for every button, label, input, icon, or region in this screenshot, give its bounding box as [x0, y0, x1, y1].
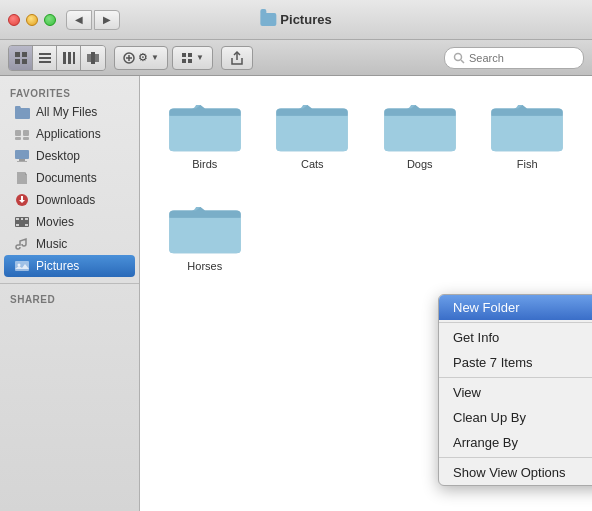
svg-rect-19 — [188, 59, 192, 63]
close-button[interactable] — [8, 14, 20, 26]
svg-rect-1 — [22, 52, 27, 57]
svg-rect-0 — [15, 52, 20, 57]
coverflow-view-button[interactable] — [81, 46, 105, 70]
arrange-dropdown-arrow: ▼ — [196, 53, 204, 62]
svg-rect-25 — [23, 137, 29, 140]
sidebar-item-pictures[interactable]: Pictures — [4, 255, 135, 277]
svg-rect-16 — [182, 53, 186, 57]
folder-cats[interactable]: Cats — [264, 92, 362, 174]
toolbar: ⚙ ▼ ▼ — [0, 40, 592, 76]
svg-rect-3 — [22, 59, 27, 64]
folder-horses[interactable]: Horses — [156, 194, 254, 276]
svg-rect-26 — [15, 150, 29, 159]
svg-rect-28 — [17, 161, 27, 162]
svg-rect-5 — [39, 57, 51, 59]
context-menu: New Folder Get Info Paste 7 Items View C… — [438, 294, 592, 486]
ctx-arrange-by[interactable]: Arrange By — [439, 430, 592, 455]
desktop-icon — [14, 148, 30, 164]
ctx-paste-items[interactable]: Paste 7 Items — [439, 350, 592, 375]
sidebar-divider — [0, 283, 139, 284]
sidebar-item-downloads[interactable]: Downloads — [4, 189, 135, 211]
action-button[interactable]: ⚙ ▼ — [114, 46, 168, 70]
main-area: FAVORITES All My Files Applications Desk… — [0, 76, 592, 511]
svg-rect-36 — [25, 224, 28, 226]
all-my-files-icon — [14, 104, 30, 120]
pictures-icon — [14, 258, 30, 274]
maximize-button[interactable] — [44, 14, 56, 26]
nav-buttons: ◀ ▶ — [66, 10, 120, 30]
search-input[interactable] — [469, 52, 575, 64]
icon-view-button[interactable] — [9, 46, 33, 70]
action-dropdown-arrow: ▼ — [151, 53, 159, 62]
movies-icon — [14, 214, 30, 230]
svg-rect-2 — [15, 59, 20, 64]
ctx-show-view-options[interactable]: Show View Options — [439, 460, 592, 485]
documents-icon — [14, 170, 30, 186]
sidebar-item-movies[interactable]: Movies — [4, 211, 135, 233]
action-label: ⚙ — [138, 51, 148, 64]
folder-dogs-icon — [384, 96, 456, 154]
folder-birds[interactable]: Birds — [156, 92, 254, 174]
sidebar-item-all-my-files[interactable]: All My Files — [4, 101, 135, 123]
downloads-icon — [14, 192, 30, 208]
svg-rect-4 — [39, 53, 51, 55]
svg-rect-9 — [73, 52, 75, 64]
ctx-new-folder[interactable]: New Folder — [439, 295, 592, 320]
folder-dogs[interactable]: Dogs — [371, 92, 469, 174]
minimize-button[interactable] — [26, 14, 38, 26]
svg-rect-32 — [16, 218, 19, 220]
sidebar-item-label: Applications — [36, 127, 101, 141]
title-bar: ◀ ▶ Pictures — [0, 0, 592, 40]
svg-rect-18 — [182, 59, 186, 63]
folder-cats-label: Cats — [301, 158, 324, 170]
forward-button[interactable]: ▶ — [94, 10, 120, 30]
sidebar-item-label: Downloads — [36, 193, 95, 207]
folder-fish-icon — [491, 96, 563, 154]
svg-point-20 — [455, 53, 462, 60]
svg-rect-24 — [15, 137, 21, 140]
file-content: Birds Cats Dogs — [140, 76, 592, 511]
svg-rect-10 — [87, 54, 91, 62]
window-title: Pictures — [260, 12, 331, 27]
arrange-button[interactable]: ▼ — [172, 46, 213, 70]
ctx-separator-2 — [439, 377, 592, 378]
ctx-get-info[interactable]: Get Info — [439, 325, 592, 350]
folder-horses-icon — [169, 198, 241, 256]
svg-rect-35 — [16, 224, 19, 226]
folder-birds-icon — [169, 96, 241, 154]
sidebar-item-label: Desktop — [36, 149, 80, 163]
sidebar: FAVORITES All My Files Applications Desk… — [0, 76, 140, 511]
svg-rect-34 — [25, 218, 28, 220]
ctx-view[interactable]: View — [439, 380, 592, 405]
svg-rect-27 — [19, 159, 25, 161]
title-folder-icon — [260, 13, 276, 26]
column-view-button[interactable] — [57, 46, 81, 70]
search-bar[interactable] — [444, 47, 584, 69]
back-button[interactable]: ◀ — [66, 10, 92, 30]
svg-rect-6 — [39, 61, 51, 63]
folder-birds-label: Birds — [192, 158, 217, 170]
sidebar-item-desktop[interactable]: Desktop — [4, 145, 135, 167]
svg-rect-33 — [21, 218, 23, 220]
svg-rect-23 — [23, 130, 29, 136]
folder-dogs-label: Dogs — [407, 158, 433, 170]
sidebar-item-label: Music — [36, 237, 67, 251]
svg-rect-37 — [15, 261, 29, 271]
sidebar-item-label: Documents — [36, 171, 97, 185]
sidebar-item-documents[interactable]: Documents — [4, 167, 135, 189]
svg-rect-22 — [15, 130, 21, 136]
folder-fish-label: Fish — [517, 158, 538, 170]
ctx-clean-up-by[interactable]: Clean Up By — [439, 405, 592, 430]
folder-fish[interactable]: Fish — [479, 92, 577, 174]
list-view-button[interactable] — [33, 46, 57, 70]
folder-cats-icon — [276, 96, 348, 154]
sidebar-item-label: Pictures — [36, 259, 79, 273]
shared-label: SHARED — [0, 290, 139, 307]
sidebar-item-applications[interactable]: Applications — [4, 123, 135, 145]
svg-rect-12 — [95, 54, 99, 62]
applications-icon — [14, 126, 30, 142]
sidebar-item-music[interactable]: Music — [4, 233, 135, 255]
share-button[interactable] — [221, 46, 253, 70]
sidebar-item-label: All My Files — [36, 105, 97, 119]
ctx-separator-1 — [439, 322, 592, 323]
